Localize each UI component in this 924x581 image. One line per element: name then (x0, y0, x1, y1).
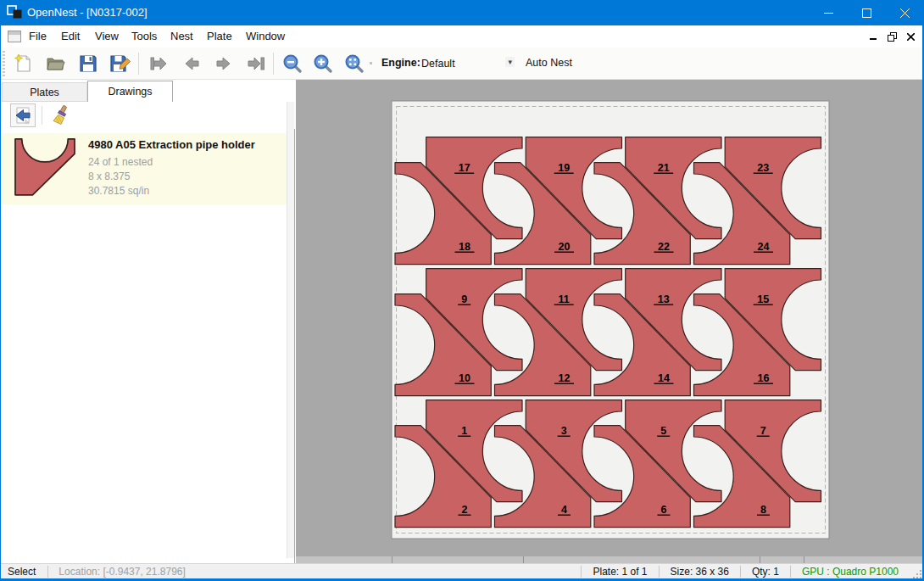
mdi-close-button[interactable] (904, 31, 917, 42)
resize-grip[interactable] (911, 568, 921, 578)
part-number-label: 3 (561, 425, 567, 437)
part-number-label: 14 (658, 372, 670, 384)
part-number-label: 11 (559, 293, 570, 305)
part-number-label: 23 (757, 162, 769, 174)
broom-icon (51, 105, 70, 126)
part-number-label: 1 (461, 425, 467, 437)
menu-file[interactable]: File (25, 30, 50, 42)
open-button[interactable] (42, 52, 68, 75)
part-number-label: 21 (658, 162, 670, 174)
status-bar: Select Location: [-0.9437, 21.8796] Plat… (0, 563, 924, 578)
toolbar-separator (273, 53, 274, 75)
menu-tools[interactable]: Tools (128, 30, 160, 42)
drawing-nested-count: 24 of 1 nested (88, 156, 153, 168)
part-number-label: 13 (658, 293, 670, 305)
document-window-icon[interactable] (8, 31, 21, 42)
drawing-list-item[interactable]: 4980 A05 Extraction pipe holder 24 of 1 … (0, 133, 287, 204)
part-number-label: 5 (660, 425, 666, 437)
engine-value: Default (421, 58, 455, 70)
menu-plate[interactable]: Plate (203, 30, 236, 42)
sidebar: Plates Drawings (0, 80, 295, 563)
drawings-toolbar (0, 102, 295, 129)
toolbar-separator-dot (370, 62, 372, 64)
auto-nest-button[interactable]: Auto Nest (526, 57, 572, 69)
mode-status: Select (0, 566, 47, 578)
part-number-label: 19 (558, 162, 570, 174)
part-number-label: 12 (559, 372, 571, 384)
app-window: OpenNest - [N0317-002] File Edit View To… (0, 0, 924, 581)
toolbar-grip[interactable] (3, 51, 5, 76)
next-plate-button[interactable] (211, 52, 237, 75)
qty-status: Qty: 1 (740, 566, 790, 578)
save-button[interactable] (75, 52, 101, 75)
drawing-title: 4980 A05 Extraction pipe holder (88, 138, 255, 151)
engine-label: Engine: (381, 57, 420, 69)
main-body: Plates Drawings (0, 80, 924, 563)
zoom-in-button[interactable] (310, 52, 336, 75)
menu-edit[interactable]: Edit (58, 30, 83, 42)
gpu-status: GPU : Quadro P1000 (790, 566, 910, 578)
clean-button[interactable] (47, 103, 73, 127)
drawing-area: 30.7815 sq/in (88, 185, 149, 197)
plate-status: Plate: 1 of 1 (581, 566, 658, 578)
part-number-label: 7 (760, 425, 766, 437)
tab-drawings[interactable]: Drawings (87, 81, 173, 102)
tab-plates[interactable]: Plates (2, 82, 87, 102)
window-border-left (0, 25, 1, 578)
menu-view[interactable]: View (92, 30, 122, 42)
menu-nest[interactable]: Nest (167, 30, 197, 42)
title-bar: OpenNest - [N0317-002] (0, 0, 924, 25)
import-drawing-button[interactable] (10, 103, 36, 127)
part-number-label: 2 (462, 504, 468, 516)
close-button[interactable] (886, 0, 924, 25)
part-number-label: 15 (757, 293, 769, 305)
part-number-label: 24 (758, 241, 770, 253)
sidebar-scrollbar[interactable] (287, 102, 294, 558)
part-number-label: 4 (561, 504, 567, 516)
location-status: Location: [-0.9437, 21.8796] (48, 566, 195, 578)
part-number-label: 20 (559, 241, 571, 253)
save-edit-button[interactable] (108, 52, 133, 75)
maximize-button[interactable] (848, 0, 886, 25)
main-toolbar: Engine: Default ▾ Auto Nest (0, 47, 924, 80)
previous-plate-button[interactable] (179, 52, 204, 75)
chevron-down-icon[interactable]: ▾ (505, 57, 515, 67)
app-icon (7, 5, 24, 20)
part-number-label: 10 (459, 372, 470, 384)
size-status: Size: 36 x 36 (659, 566, 740, 578)
mdi-minimize-button[interactable] (866, 31, 880, 42)
last-plate-button[interactable] (243, 52, 269, 75)
mdi-restore-button[interactable] (885, 31, 899, 42)
part-number-label: 6 (661, 504, 667, 516)
drawing-size: 8 x 8.375 (88, 170, 130, 182)
minimize-button[interactable] (810, 0, 848, 25)
part-number-label: 16 (758, 372, 770, 384)
canvas-horizontal-scrollbar[interactable] (296, 556, 924, 563)
zoom-extents-button[interactable] (342, 52, 367, 75)
part-number-label: 8 (760, 504, 766, 516)
new-button[interactable] (10, 52, 36, 75)
panel-separator (42, 106, 42, 125)
window-title: OpenNest - [N0317-002] (27, 6, 148, 19)
toolbar-separator (138, 53, 139, 75)
engine-select[interactable]: Default ▾ (421, 54, 516, 73)
menu-bar: File Edit View Tools Nest Plate Window (0, 25, 924, 47)
part-number-label: 17 (459, 162, 470, 174)
tab-strip: Plates Drawings (0, 80, 295, 102)
part-thumbnail (10, 137, 80, 200)
first-plate-button[interactable] (146, 52, 171, 75)
part-number-label: 18 (459, 241, 470, 253)
menu-window[interactable]: Window (242, 30, 288, 42)
part-number-label: 9 (461, 293, 467, 305)
part-number-label: 22 (658, 241, 670, 253)
zoom-out-button[interactable] (280, 52, 305, 75)
nest-canvas[interactable]: 171921231820222491113151012141613572468 (296, 80, 924, 563)
